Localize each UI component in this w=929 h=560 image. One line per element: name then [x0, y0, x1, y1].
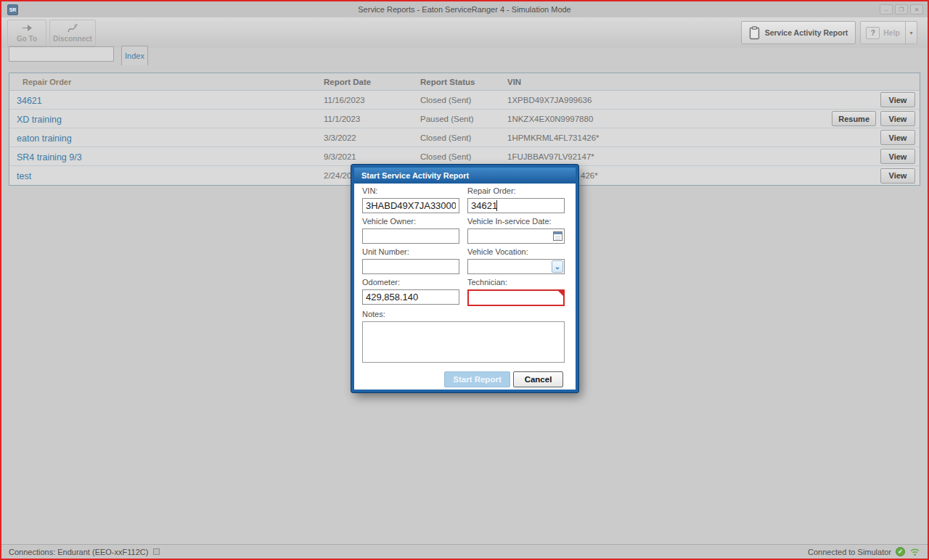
- in-service-date-input[interactable]: [467, 228, 565, 244]
- text-caret: [496, 200, 497, 211]
- help-button[interactable]: ? Help: [861, 22, 905, 44]
- in-service-date-label: Vehicle In-service Date:: [467, 217, 565, 226]
- go-to-label: Go To: [17, 35, 37, 43]
- window-title: Service Reports - Eaton ServiceRanger 4 …: [1, 5, 928, 14]
- disconnect-label: Disconnect: [53, 35, 92, 43]
- report-date-cell: 3/3/2022: [315, 133, 412, 142]
- titlebar: SR Service Reports - Eaton ServiceRanger…: [1, 1, 928, 17]
- view-button[interactable]: View: [880, 111, 915, 126]
- toolbar-right-group: Service Activity Report ? Help ▾: [741, 21, 917, 44]
- repair-order-link[interactable]: 34621: [17, 96, 42, 106]
- repair-order-label: Repair Order:: [467, 186, 565, 195]
- help-button-group: ? Help ▾: [860, 21, 917, 44]
- help-dropdown-button[interactable]: ▾: [905, 22, 917, 44]
- close-button[interactable]: ✕: [910, 4, 923, 15]
- clipboard-icon: [749, 26, 760, 40]
- column-header-vin: VIN: [499, 78, 915, 86]
- repair-order-link[interactable]: eaton training: [17, 133, 72, 144]
- report-date-cell: 11/1/2023: [315, 115, 412, 123]
- repair-order-link[interactable]: test: [17, 171, 31, 181]
- odometer-input[interactable]: [362, 289, 459, 305]
- view-button[interactable]: View: [880, 168, 915, 184]
- go-to-arrow-icon: [21, 22, 33, 33]
- resume-button[interactable]: Resume: [832, 111, 876, 126]
- column-header-repair-order: Repair Order: [9, 78, 315, 86]
- connected-check-icon: ✓: [896, 547, 905, 556]
- table-row: XD training 11/1/2023 Paused (Sent) 1NKZ…: [9, 110, 920, 128]
- odometer-label: Odometer:: [362, 278, 459, 287]
- vocation-dropdown-button[interactable]: ⌄: [552, 260, 563, 273]
- restore-button[interactable]: ❐: [895, 4, 908, 15]
- cancel-button[interactable]: Cancel: [513, 371, 563, 387]
- column-header-report-status: Report Status: [412, 78, 499, 86]
- chevron-down-icon: ⌄: [554, 263, 560, 271]
- service-activity-report-label: Service Activity Report: [765, 28, 848, 37]
- connections-status-text: Connections: Endurant (EEO-xxF112C): [9, 548, 148, 556]
- connections-expander-icon[interactable]: [153, 548, 160, 555]
- wifi-icon: [909, 547, 920, 556]
- vin-cell: 1HPMKRML4FL731426*: [499, 133, 880, 142]
- table-header-row: Repair Order Report Date Report Status V…: [9, 73, 920, 91]
- statusbar: Connections: Endurant (EEO-xxF112C) Conn…: [1, 544, 928, 559]
- disconnect-plug-icon: [65, 22, 80, 33]
- vin-cell: 1NKZX4EX0N9997880: [499, 115, 832, 123]
- help-label: Help: [883, 28, 900, 37]
- vin-input[interactable]: [362, 198, 459, 213]
- vin-label: VIN:: [362, 186, 459, 195]
- table-row: 34621 11/16/2023 Closed (Sent) 1XPBD49X7…: [9, 91, 920, 110]
- unit-number-label: Unit Number:: [362, 247, 459, 256]
- notes-label: Notes:: [362, 310, 566, 318]
- column-header-report-date: Report Date: [315, 78, 412, 86]
- technician-input[interactable]: [467, 289, 565, 306]
- table-row: SR4 training 9/3 9/3/2021 Closed (Sent) …: [9, 147, 920, 166]
- simulator-status-text: Connected to Simulator: [808, 548, 891, 556]
- vin-cell: 1FUJBBAV97LV92147*: [499, 152, 880, 161]
- view-button[interactable]: View: [880, 92, 915, 107]
- dialog-body: VIN: Repair Order: Vehicle Owner: Vehicl…: [354, 184, 576, 387]
- disconnect-button[interactable]: Disconnect: [49, 20, 96, 46]
- unit-number-input[interactable]: [362, 259, 459, 274]
- report-date-cell: 11/16/2023: [315, 96, 412, 104]
- vehicle-vocation-label: Vehicle Vocation:: [467, 247, 565, 256]
- search-input[interactable]: [9, 46, 114, 62]
- go-to-button[interactable]: Go To: [7, 20, 46, 46]
- notes-textarea[interactable]: [362, 321, 565, 363]
- service-activity-report-button[interactable]: Service Activity Report: [741, 21, 856, 44]
- view-button[interactable]: View: [880, 130, 915, 145]
- vin-cell: 1XPBD49X7JA999636: [499, 96, 880, 104]
- report-status-cell: Closed (Sent): [412, 133, 499, 142]
- vehicle-owner-input[interactable]: [362, 228, 459, 244]
- view-button[interactable]: View: [880, 149, 915, 164]
- chevron-down-icon: ▾: [909, 30, 912, 36]
- minimize-button[interactable]: –: [880, 4, 893, 15]
- calendar-icon[interactable]: [553, 231, 562, 241]
- validation-error-marker: [558, 291, 563, 296]
- technician-label: Technician:: [467, 278, 565, 287]
- toolbar: Go To Disconnect Service Activity Report…: [1, 17, 928, 48]
- repair-order-link[interactable]: XD training: [17, 115, 62, 125]
- tab-index[interactable]: Index: [121, 46, 148, 65]
- report-date-cell: 9/3/2021: [315, 152, 412, 161]
- start-service-activity-report-dialog: Start Service Activity Report VIN: Repai…: [351, 165, 578, 392]
- vehicle-owner-label: Vehicle Owner:: [362, 217, 459, 226]
- repair-order-link[interactable]: SR4 training 9/3: [17, 152, 82, 162]
- report-status-cell: Closed (Sent): [412, 152, 499, 161]
- start-report-button[interactable]: Start Report: [444, 371, 510, 387]
- window-controls: – ❐ ✕: [880, 4, 923, 15]
- table-row: eaton training 3/3/2022 Closed (Sent) 1H…: [9, 128, 920, 147]
- dialog-titlebar: Start Service Activity Report: [354, 168, 576, 184]
- repair-order-input[interactable]: [467, 198, 565, 213]
- help-question-icon: ?: [866, 27, 880, 39]
- report-status-cell: Closed (Sent): [412, 96, 499, 104]
- vehicle-vocation-select[interactable]: [467, 259, 565, 274]
- report-status-cell: Paused (Sent): [412, 115, 499, 123]
